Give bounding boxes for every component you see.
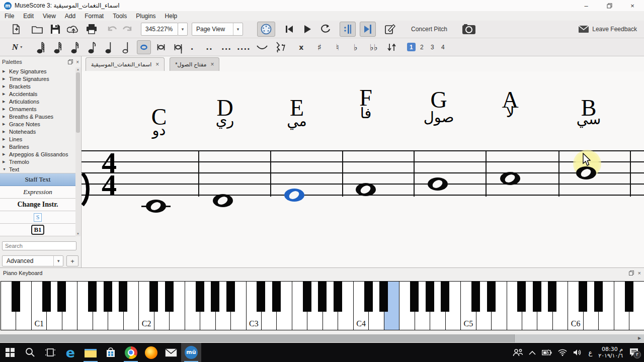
palette-item[interactable]: ▶Arpeggios & Glissandos (0, 150, 75, 158)
natural-button[interactable]: ♮ (331, 40, 345, 54)
64th-note-button[interactable] (34, 40, 48, 54)
piano-key-G#4[interactable] (426, 281, 434, 312)
palette-item[interactable]: ▶Barlines (0, 143, 75, 150)
voice-2-button[interactable]: 2 (418, 43, 426, 51)
loop-playback-button[interactable] (318, 22, 333, 36)
edge-button[interactable]: e (60, 343, 80, 362)
float-panel-icon[interactable] (629, 270, 634, 276)
print-button[interactable] (85, 22, 99, 36)
menu-edit[interactable]: Edit (19, 12, 38, 20)
leave-feedback-button[interactable]: Leave Feedback (579, 26, 637, 33)
zoom-caret[interactable]: ▾ (178, 23, 188, 36)
piano-key-D#1[interactable] (57, 281, 66, 312)
triple-augmentation-dot-button[interactable]: ... (219, 40, 233, 54)
rewind-button[interactable] (282, 22, 296, 36)
chrome-button[interactable] (121, 343, 141, 362)
piano-key-F#3[interactable] (303, 281, 311, 312)
piano-key-G#1[interactable] (104, 281, 112, 312)
piano-key-D#3[interactable] (272, 281, 281, 312)
scroll-down-icon[interactable]: ▼ (75, 232, 80, 236)
menu-tools[interactable]: Tools (108, 12, 131, 20)
minimize-button[interactable]: – (575, 0, 598, 11)
palette-filter-combobox[interactable]: Advanced ▾ (2, 255, 63, 266)
edit-mode-button[interactable] (383, 22, 397, 36)
augmentation-dot-button[interactable]: . (185, 40, 199, 54)
note-solfege-label[interactable]: ري (216, 112, 234, 129)
note-solfege-label[interactable]: سي (577, 111, 601, 128)
voice-1-button[interactable]: 1 (407, 43, 416, 51)
document-tab[interactable]: *مفتاح الصول× (170, 57, 219, 71)
palette-item[interactable]: ▶Key Signatures (0, 67, 75, 75)
flat-button[interactable]: ♭ (349, 40, 363, 54)
whole-note-E[interactable] (284, 189, 304, 202)
voice-3-button[interactable]: 3 (428, 43, 437, 51)
piano-key-F#5[interactable] (517, 281, 526, 312)
start-button[interactable] (0, 343, 20, 362)
view-mode-combobox[interactable]: Page View ▾ (192, 23, 243, 36)
text-palette-cell[interactable]: Staff Text (0, 173, 75, 186)
palette-scrollbar[interactable]: ▲ ▼ (75, 67, 80, 236)
quarter-note-button[interactable] (103, 40, 117, 54)
wifi-icon[interactable] (558, 349, 567, 356)
piano-key-D#4[interactable] (379, 281, 388, 312)
whole-note-F[interactable] (356, 183, 376, 196)
piano-key-A#5[interactable] (548, 281, 556, 312)
palette-item[interactable]: ▶Time Signatures (0, 75, 75, 82)
longa-note-button[interactable] (171, 40, 185, 54)
microsoft-store-button[interactable] (101, 343, 121, 362)
flip-direction-button[interactable] (385, 40, 399, 54)
note-solfege-label[interactable]: صول (424, 109, 454, 126)
whole-note-B[interactable] (576, 166, 596, 179)
mail-button[interactable] (161, 343, 181, 362)
piano-key-F#1[interactable] (88, 281, 97, 312)
whole-note-D[interactable] (213, 194, 233, 207)
eighth-note-button[interactable] (86, 40, 100, 54)
palette-item[interactable]: ▶Grace Notes (0, 120, 75, 128)
breve-note-button[interactable] (154, 40, 168, 54)
piano-key-A#0[interactable] (12, 281, 20, 312)
image-capture-button[interactable] (461, 22, 476, 36)
tie-button[interactable] (255, 40, 269, 54)
menu-view[interactable]: View (38, 12, 60, 20)
open-button[interactable] (30, 22, 44, 36)
note-input-mode-button[interactable]: N ▾ (7, 40, 27, 54)
rest-button[interactable] (273, 40, 287, 54)
note-solfege-label[interactable]: دو (152, 122, 166, 139)
tab-close-icon[interactable]: × (210, 61, 214, 68)
half-note-button[interactable] (120, 40, 134, 54)
text-palette-cell[interactable]: Expression (0, 186, 75, 199)
quadruple-augmentation-dot-button[interactable]: .... (236, 40, 251, 54)
menu-help[interactable]: Help (160, 12, 182, 20)
piano-key-C#1[interactable] (42, 281, 51, 312)
double-sharp-button[interactable]: x (294, 40, 308, 54)
voice-4-button[interactable]: 4 (439, 43, 447, 51)
16th-note-button[interactable] (68, 40, 83, 54)
musescore-taskbar-button[interactable]: mū (181, 343, 201, 362)
text-palette-cell[interactable]: S (0, 211, 75, 224)
piano-key-F#6[interactable] (625, 281, 633, 312)
note-solfege-label[interactable]: لا (506, 104, 515, 121)
whole-note-C[interactable] (146, 200, 166, 213)
text-palette-cell[interactable]: B1 (0, 224, 75, 236)
menu-plugins[interactable]: Plugins (131, 12, 160, 20)
pan-score-toggle[interactable] (360, 22, 376, 37)
firefox-button[interactable] (141, 343, 161, 362)
scrollbar-thumb[interactable] (0, 334, 515, 342)
32nd-note-button[interactable] (51, 40, 65, 54)
piano-key-F#2[interactable] (196, 281, 204, 312)
taskbar-clock[interactable]: 08:30 م ٢٠١٩/١٠/٦ (598, 346, 623, 359)
piano-key-A#1[interactable] (119, 281, 127, 312)
whole-note-G[interactable] (428, 177, 448, 191)
piano-key-G#2[interactable] (211, 281, 219, 312)
zoom-combobox[interactable]: 345.227% (141, 23, 178, 36)
palette-item-text[interactable]: ▼Text (0, 165, 75, 173)
whole-note-button[interactable] (137, 40, 151, 54)
double-augmentation-dot-button[interactable]: .. (202, 40, 216, 54)
concert-pitch-toggle[interactable]: Concert Pitch (411, 26, 447, 33)
note-solfege-label[interactable]: مي (287, 113, 307, 130)
document-tab[interactable]: اسماء_النغمات_الموسيقية× (86, 57, 165, 71)
piano-key-C#4[interactable] (364, 281, 373, 312)
repeat-toggle[interactable] (340, 22, 356, 37)
piano-key-C#3[interactable] (257, 281, 265, 312)
close-button[interactable]: × (621, 0, 644, 11)
